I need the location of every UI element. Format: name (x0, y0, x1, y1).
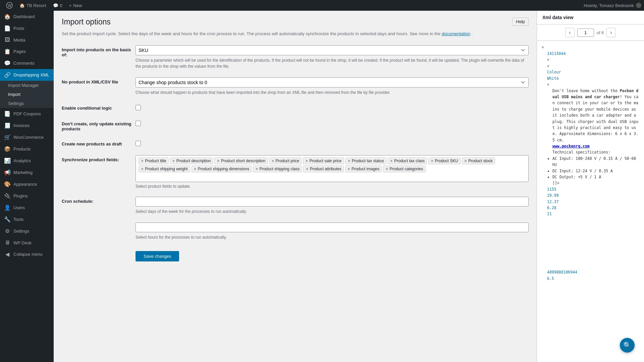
sidebar-item-comments[interactable]: 💬 Comments (0, 57, 54, 69)
comment-icon: 💬 (53, 3, 58, 8)
sidebar-item-woocommerce[interactable]: 🛒 WooCommerce (0, 131, 54, 143)
create-draft-checkbox[interactable] (136, 141, 141, 146)
sidebar-item-collapse[interactable]: ◀ Collapse menu (0, 248, 54, 260)
posts-icon: 📄 (4, 25, 11, 32)
media-icon: 🖼 (4, 37, 11, 43)
tag-remove[interactable]: × (348, 159, 351, 163)
xml-collapse-icon[interactable]: ▼ (547, 64, 549, 68)
create-draft-field (136, 139, 529, 147)
admin-bar: W 🏠 TB Resort 💬 0 + New Howdy, Tomasz Be… (0, 0, 644, 11)
sync-fields-label: Synchronize product fields: (62, 155, 136, 162)
documentation-link[interactable]: documentation (442, 31, 470, 36)
plugins-icon: 🔌 (4, 193, 11, 199)
sidebar-item-dropshipping-xml[interactable]: 🔗 Dropshipping XML (0, 69, 54, 81)
tag-remove[interactable]: × (305, 159, 308, 163)
tag-label: Product tax status (352, 159, 384, 163)
tag-remove[interactable]: × (385, 167, 388, 171)
xml-content: ▼14115044▼▼ColourWhite▼Don't leave home … (537, 41, 644, 362)
import-manager-label: Import Manager (8, 83, 39, 88)
import-basis-row: Import into products on the basis of: SK… (62, 45, 529, 69)
xml-collapse-icon[interactable]: ▼ (547, 58, 549, 62)
sidebar-item-dashboard[interactable]: 🏠 Dashboard (0, 11, 54, 22)
tag-remove[interactable]: × (141, 167, 144, 171)
sync-tag: ×Product stock (462, 158, 495, 164)
sidebar-item-plugins[interactable]: 🔌 Plugins (0, 190, 54, 202)
tag-remove[interactable]: × (431, 159, 433, 163)
tag-remove[interactable]: × (255, 167, 258, 171)
sidebar-item-posts[interactable]: 📄 Posts (0, 22, 54, 34)
sidebar-item-tools[interactable]: 🔧 Tools (0, 214, 54, 225)
tag-remove[interactable]: × (347, 167, 350, 171)
sidebar-item-wp-desk[interactable]: 🖥 WP Desk (0, 237, 54, 248)
sync-tag: ×Product images (345, 166, 382, 172)
xml-line: 21 (547, 211, 639, 217)
dont-create-row: Don't create, only update existing produ… (62, 119, 529, 131)
new-item[interactable]: + New (66, 0, 86, 11)
sync-fields-row: Synchronize product fields: ×Product tit… (62, 155, 529, 189)
import-basis-hint: Choose a parameter which will be used fo… (136, 57, 529, 69)
tag-remove[interactable]: × (194, 167, 197, 171)
wp-logo-item[interactable]: W (3, 0, 16, 11)
cron-hours-label (62, 223, 136, 225)
sidebar-item-import-manager[interactable]: Import Manager (4, 81, 54, 90)
site-name-item[interactable]: 🏠 TB Resort (16, 0, 50, 11)
page-title: Import options (62, 17, 111, 26)
sidebar-item-settings[interactable]: ⚙ Settings (0, 225, 54, 237)
xml-prev-button[interactable]: ‹ (565, 28, 574, 37)
sidebar-item-pages[interactable]: 📋 Pages (0, 46, 54, 57)
search-fab-icon: 🔍 (623, 341, 632, 349)
sidebar-item-pdf-coupons[interactable]: 📑 PDF Coupons (0, 108, 54, 120)
tag-remove[interactable]: × (172, 159, 175, 163)
cron-schedule-input[interactable] (136, 197, 529, 206)
tag-remove[interactable]: × (464, 159, 467, 163)
xml-line: 12.37 (547, 199, 639, 205)
conditional-logic-checkbox[interactable] (136, 105, 141, 110)
tag-remove[interactable]: × (217, 159, 219, 163)
tag-remove[interactable]: × (306, 167, 308, 171)
tag-label: Product description (176, 159, 211, 163)
invoices-icon: 🧾 (4, 122, 11, 129)
sidebar-item-appearance[interactable]: 🎨 Appearance (0, 178, 54, 190)
sync-tag: ×Product tax class (388, 158, 427, 164)
help-button[interactable]: Help (512, 17, 529, 26)
sidebar-item-settings-sub[interactable]: Settings (4, 99, 54, 108)
sidebar-item-invoices[interactable]: 🧾 Invoices (0, 120, 54, 131)
xml-collapse-icon[interactable]: ▼ (542, 45, 544, 50)
tag-remove[interactable]: × (271, 159, 274, 163)
no-product-row: No product in XML/CSV file Change shop p… (62, 77, 529, 96)
sidebar-item-analytics[interactable]: 📊 Analytics (0, 155, 54, 167)
xml-collapse-icon[interactable]: ▼ (547, 82, 549, 87)
xml-line: Don't leave home without the Pocken dual… (552, 88, 639, 186)
tag-remove[interactable]: × (141, 159, 144, 163)
cron-hours-field: Select hours for the processes to run au… (136, 223, 529, 240)
sidebar-label-products: Products (13, 146, 31, 152)
import-basis-select[interactable]: SKU EAN ID Name (136, 45, 529, 55)
home-icon: 🏠 (19, 3, 25, 8)
sync-tag: ×Product description (170, 158, 213, 164)
sidebar-item-marketing[interactable]: 📢 Marketing (0, 167, 54, 178)
sidebar-label-wpdesk: WP Desk (13, 240, 32, 245)
dont-create-checkbox[interactable] (136, 121, 141, 126)
sync-tag: ×Product title (139, 158, 169, 164)
sidebar-item-media[interactable]: 🖼 Media (0, 34, 54, 46)
tag-remove[interactable]: × (390, 159, 393, 163)
new-label: New (73, 3, 82, 8)
sidebar-item-users[interactable]: 👤 Users (0, 202, 54, 214)
xml-page-input[interactable] (577, 28, 594, 37)
sidebar-label-analytics: Analytics (13, 158, 31, 163)
sidebar-item-products[interactable]: 📦 Products (0, 143, 54, 155)
import-label: Import (8, 92, 20, 97)
comments-item[interactable]: 💬 0 (50, 0, 66, 11)
sidebar-label-media: Media (13, 38, 25, 43)
save-button[interactable]: Save changes (136, 251, 179, 261)
sidebar-item-import[interactable]: Import (4, 90, 54, 99)
sync-fields-hint: Select product fields to update. (136, 184, 529, 189)
search-fab-button[interactable]: 🔍 (620, 338, 635, 353)
no-product-select[interactable]: Change shop products stock to 0 Delete p… (136, 77, 529, 87)
xml-next-button[interactable]: › (606, 28, 615, 37)
xml-line: 14115044 (547, 51, 639, 57)
sync-tag: ×Product price (269, 158, 302, 164)
xml-line: 4899888106944 (547, 269, 639, 275)
cron-hours-input[interactable] (136, 223, 529, 232)
sidebar-label-invoices: Invoices (13, 123, 30, 128)
